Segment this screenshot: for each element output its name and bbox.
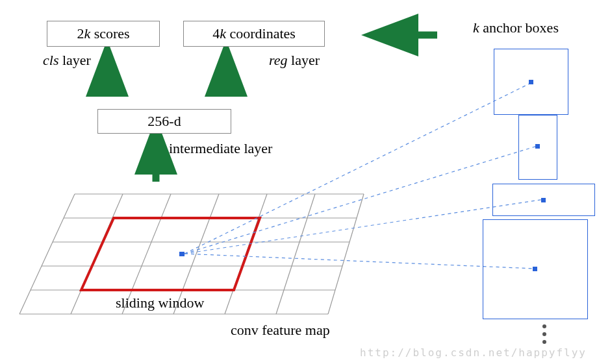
svg-line-10 (225, 194, 267, 314)
anchor-boxes-title: k anchor boxes (473, 19, 559, 36)
intermediate-layer-label: intermediate layer (169, 140, 272, 157)
coords-box-label: 4k4k coordinates coordinates (212, 25, 296, 42)
coords-box: 4k4k coordinates coordinates (183, 21, 325, 47)
svg-line-12 (328, 194, 364, 314)
svg-line-11 (276, 194, 315, 314)
svg-line-13 (184, 83, 531, 254)
scores-box: 2k2k scores scores (47, 21, 160, 47)
ellipsis-dot (542, 332, 546, 336)
anchor-dot-3 (541, 198, 546, 202)
svg-line-6 (19, 194, 75, 314)
ellipsis-dot (542, 340, 546, 344)
ellipsis-dot (542, 324, 546, 328)
feature-256d-box: 256-d (97, 109, 231, 134)
watermark: http://blog.csdn.net/happyflyy (360, 346, 587, 359)
anchor-dot-1 (529, 80, 533, 84)
cls-layer-label: cls layer cls layer (43, 52, 91, 69)
anchor-dot-2 (535, 144, 540, 149)
grid-center-dot (179, 252, 184, 256)
svg-line-7 (71, 194, 123, 314)
sliding-window-box (81, 218, 260, 290)
anchor-dot-4 (533, 267, 537, 271)
sliding-window-label: sliding window (116, 295, 204, 311)
scores-box-label: 2k2k scores scores (77, 25, 129, 42)
reg-layer-label: reg layer reg layer (269, 52, 320, 69)
feature-256d-label: 256-d (147, 113, 181, 130)
conv-feature-map-label: conv feature map (231, 322, 330, 339)
